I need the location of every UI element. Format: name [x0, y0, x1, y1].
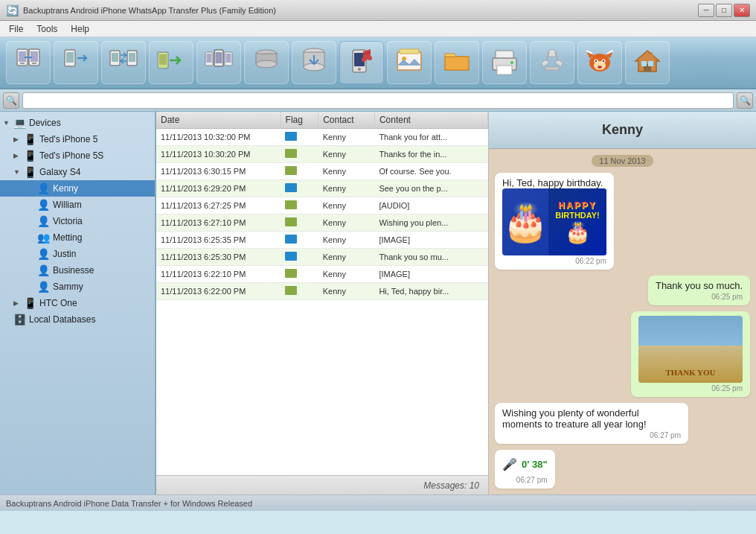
toolbar-btn-14[interactable] [625, 41, 670, 84]
tree-item-victoria[interactable]: 👤 Victoria [0, 213, 155, 229]
toolbar-btn-6[interactable] [244, 41, 289, 84]
chat-message-4: Wishing you plenty of wonderful moments … [495, 403, 688, 444]
chat-date-badge: 11 Nov 2013 [592, 155, 653, 167]
toolbar-btn-9[interactable] [387, 41, 432, 84]
toolbar-btn-10[interactable] [435, 41, 479, 84]
svg-point-38 [510, 61, 513, 64]
tree-item-htcone[interactable]: ▶ 📱 HTC One [0, 295, 155, 311]
toolbar-btn-8[interactable] [339, 41, 384, 84]
tree-item-iphone5s[interactable]: ▶ 📱 Ted's iPhone 5S [0, 147, 155, 164]
table-row[interactable]: 11/11/2013 6:29:20 PM Kenny See you on t… [156, 180, 488, 197]
chat-scroll-area[interactable]: 11 Nov 2013 Hi, Ted, happy birthday. HAP… [489, 149, 756, 495]
table-row[interactable]: 11/11/2013 6:27:25 PM Kenny [AUDIO] [156, 197, 488, 214]
chat-header: Kenny [489, 112, 756, 149]
svg-rect-15 [207, 54, 212, 63]
search-input[interactable] [22, 92, 734, 109]
tree-arrow-htcone: ▶ [13, 299, 21, 307]
birthday-text-happy: HAPPY [555, 200, 600, 211]
cell-date: 11/11/2013 6:22:00 PM [156, 283, 281, 300]
toolbar-btn-12[interactable] [530, 41, 574, 84]
table-row[interactable]: 11/11/2013 10:32:00 PM Kenny Thank you f… [156, 129, 488, 146]
cell-content: [AUDIO] [374, 197, 487, 214]
birthday-text-bday: BIRTHDAY! [555, 211, 600, 220]
minimize-button[interactable]: ─ [698, 4, 714, 17]
message-table-body: 11/11/2013 10:32:00 PM Kenny Thank you f… [156, 129, 488, 300]
table-header-row: Date Flag Contact Content [156, 112, 488, 129]
tree-item-metting[interactable]: 👥 Metting [0, 229, 155, 246]
msg-4-text: Wishing you plenty of wonderful moments … [502, 407, 647, 430]
svg-rect-11 [129, 53, 135, 62]
chat-message-5: 🎤 0' 38" 06:27 pm [495, 450, 555, 489]
cell-content: See you on the p... [374, 180, 487, 197]
tree-item-sammy[interactable]: 👤 Sammy [0, 279, 155, 295]
msg-3-time: 06:25 pm [638, 384, 743, 392]
table-row[interactable]: 11/11/2013 6:25:30 PM Kenny Thank you so… [156, 249, 488, 266]
cell-contact: Kenny [318, 266, 375, 283]
tree-item-iphone5[interactable]: ▶ 📱 Ted's iPhone 5 [0, 131, 155, 147]
search-right-button[interactable]: 🔍 [737, 92, 753, 109]
maximize-button[interactable]: □ [716, 4, 732, 17]
toolbar-btn-4[interactable] [149, 41, 193, 84]
svg-rect-48 [648, 61, 653, 66]
svg-rect-34 [400, 49, 419, 54]
svg-rect-31 [397, 52, 421, 70]
tree-item-devices[interactable]: ▼ 💻 Devices [0, 115, 155, 131]
col-date: Date [156, 112, 281, 129]
cell-content: [IMAGE] [374, 232, 487, 249]
music-phone-icon [347, 45, 377, 80]
tree-item-galaxys4[interactable]: ▼ 📱 Galaxy S4 [0, 164, 155, 180]
tree-item-kenny[interactable]: 👤 Kenny [0, 180, 155, 197]
cell-content: Of course. See you. [374, 163, 487, 180]
close-button[interactable]: ✕ [734, 4, 750, 17]
cell-contact: Kenny [318, 180, 375, 197]
chat-message-2: Thank you so much. 06:25 pm [648, 276, 750, 305]
message-table-container[interactable]: Date Flag Contact Content 11/11/2013 10:… [156, 112, 488, 475]
table-row[interactable]: 11/11/2013 6:22:10 PM Kenny [IMAGE] [156, 266, 488, 283]
cell-date: 11/11/2013 6:25:35 PM [156, 232, 281, 249]
table-row[interactable]: 11/11/2013 6:22:00 PM Kenny Hi, Ted, hap… [156, 283, 488, 300]
cell-date: 11/11/2013 6:29:20 PM [156, 180, 281, 197]
table-row[interactable]: 11/11/2013 6:30:15 PM Kenny Of course. S… [156, 163, 488, 180]
content-area: ▼ 💻 Devices ▶ 📱 Ted's iPhone 5 ▶ 📱 Ted's… [0, 112, 756, 495]
devices-icon: 💻 [13, 117, 26, 129]
tree-item-businesse[interactable]: 👤 Businesse [0, 262, 155, 279]
cell-flag [281, 214, 318, 232]
menu-help[interactable]: Help [65, 22, 95, 36]
table-row[interactable]: 11/11/2013 10:30:20 PM Kenny Thanks for … [156, 146, 488, 163]
microphone-icon: 🎤 [502, 457, 517, 471]
tree-item-william[interactable]: 👤 William [0, 197, 155, 213]
svg-rect-7 [66, 52, 74, 63]
iphone5-icon: 📱 [24, 133, 36, 145]
table-row[interactable]: 11/11/2013 6:25:35 PM Kenny [IMAGE] [156, 232, 488, 249]
menu-tools[interactable]: Tools [31, 22, 63, 36]
kenny-icon: 👤 [37, 182, 50, 194]
toolbar-btn-5[interactable] [196, 41, 241, 84]
cell-content: Thanks for the in... [374, 146, 487, 163]
cell-contact: Kenny [318, 232, 375, 249]
svg-point-29 [362, 57, 366, 62]
william-icon: 👤 [37, 199, 50, 211]
toolbar-btn-13[interactable] [577, 41, 622, 84]
toolbar-btn-2[interactable] [54, 41, 98, 84]
search-left-button[interactable]: 🔍 [3, 92, 19, 109]
svg-point-28 [358, 68, 361, 71]
tree-item-justin[interactable]: 👤 Justin [0, 246, 155, 262]
middle-panel: Date Flag Contact Content 11/11/2013 10:… [156, 112, 488, 495]
menu-file[interactable]: File [3, 22, 29, 36]
toolbar-btn-7[interactable] [292, 41, 336, 84]
sync-icon [109, 46, 138, 80]
toolbar-btn-11[interactable] [482, 41, 527, 84]
sammy-icon: 👤 [37, 281, 50, 293]
table-row[interactable]: 11/11/2013 6:27:10 PM Kenny Wishing you … [156, 214, 488, 232]
cell-content: [IMAGE] [374, 266, 487, 283]
message-table: Date Flag Contact Content 11/11/2013 10:… [156, 112, 488, 300]
cell-content: Thank you so mu... [374, 249, 487, 266]
toolbar-btn-1[interactable] [6, 41, 51, 84]
cell-contact: Kenny [318, 197, 375, 214]
tree-item-localdb[interactable]: 🗄️ Local Databases [0, 311, 155, 328]
print-icon [490, 46, 519, 80]
msg-5-time: 06:27 pm [502, 476, 548, 484]
toolbar-btn-3[interactable] [101, 41, 146, 84]
audio-duration: 0' 38" [522, 459, 548, 470]
chat-panel: Kenny 11 Nov 2013 Hi, Ted, happy birthda… [488, 112, 756, 495]
